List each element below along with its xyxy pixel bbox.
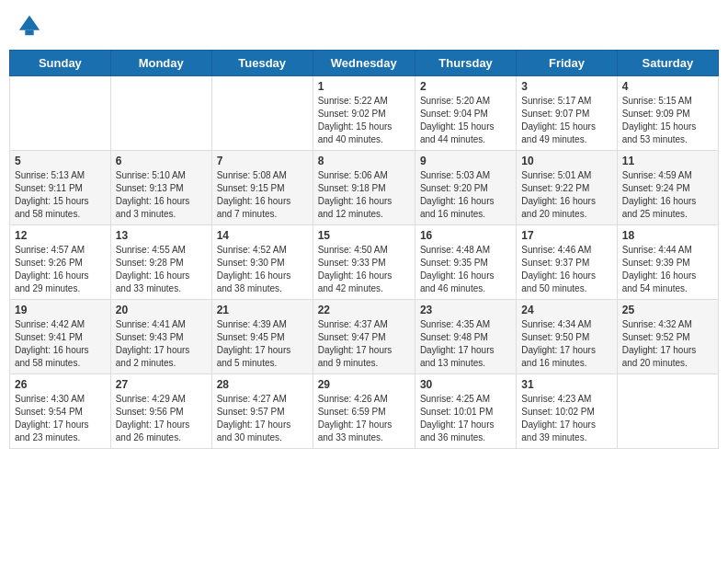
- calendar-cell: 10Sunrise: 5:01 AM Sunset: 9:22 PM Dayli…: [517, 151, 617, 225]
- calendar-cell: 4Sunrise: 5:15 AM Sunset: 9:09 PM Daylig…: [617, 76, 718, 151]
- calendar-cell: 29Sunrise: 4:26 AM Sunset: 6:59 PM Dayli…: [313, 374, 415, 449]
- week-row-2: 5Sunrise: 5:13 AM Sunset: 9:11 PM Daylig…: [10, 151, 719, 225]
- day-number: 27: [116, 378, 207, 391]
- day-number: 3: [521, 80, 611, 93]
- day-info: Sunrise: 4:26 AM Sunset: 6:59 PM Dayligh…: [318, 393, 410, 444]
- calendar-cell: 3Sunrise: 5:17 AM Sunset: 9:07 PM Daylig…: [517, 76, 617, 151]
- day-number: 2: [420, 80, 511, 93]
- day-info: Sunrise: 4:44 AM Sunset: 9:39 PM Dayligh…: [622, 244, 713, 295]
- day-info: Sunrise: 4:34 AM Sunset: 9:50 PM Dayligh…: [521, 318, 611, 370]
- day-number: 24: [521, 304, 611, 316]
- day-info: Sunrise: 4:39 AM Sunset: 9:45 PM Dayligh…: [217, 318, 308, 370]
- day-number: 16: [420, 229, 511, 242]
- day-number: 4: [622, 80, 713, 93]
- calendar-cell: 17Sunrise: 4:46 AM Sunset: 9:37 PM Dayli…: [517, 225, 617, 300]
- calendar-cell: 28Sunrise: 4:27 AM Sunset: 9:57 PM Dayli…: [211, 374, 313, 449]
- day-number: 13: [116, 229, 207, 242]
- day-info: Sunrise: 5:01 AM Sunset: 9:22 PM Dayligh…: [521, 169, 611, 221]
- day-number: 7: [217, 155, 308, 167]
- day-number: 10: [521, 155, 611, 167]
- week-row-1: 1Sunrise: 5:22 AM Sunset: 9:02 PM Daylig…: [10, 76, 719, 151]
- day-number: 1: [318, 80, 410, 93]
- calendar-cell: [211, 76, 313, 151]
- day-info: Sunrise: 5:20 AM Sunset: 9:04 PM Dayligh…: [420, 95, 511, 146]
- day-info: Sunrise: 5:22 AM Sunset: 9:02 PM Dayligh…: [318, 95, 410, 146]
- day-number: 26: [15, 378, 106, 391]
- day-number: 12: [15, 229, 106, 242]
- day-header-friday: Friday: [517, 51, 617, 76]
- calendar-cell: 30Sunrise: 4:25 AM Sunset: 10:01 PM Dayl…: [415, 374, 516, 449]
- calendar-cell: 2Sunrise: 5:20 AM Sunset: 9:04 PM Daylig…: [415, 76, 516, 151]
- day-header-thursday: Thursday: [415, 51, 516, 76]
- week-row-5: 26Sunrise: 4:30 AM Sunset: 9:54 PM Dayli…: [10, 374, 719, 449]
- day-info: Sunrise: 5:15 AM Sunset: 9:09 PM Dayligh…: [622, 95, 713, 146]
- day-number: 5: [15, 155, 106, 167]
- day-info: Sunrise: 4:35 AM Sunset: 9:48 PM Dayligh…: [420, 318, 511, 370]
- day-info: Sunrise: 5:10 AM Sunset: 9:13 PM Dayligh…: [116, 169, 207, 221]
- day-number: 15: [318, 229, 410, 242]
- day-info: Sunrise: 4:59 AM Sunset: 9:24 PM Dayligh…: [622, 169, 713, 221]
- calendar-cell: 31Sunrise: 4:23 AM Sunset: 10:02 PM Dayl…: [517, 374, 617, 449]
- calendar-cell: 21Sunrise: 4:39 AM Sunset: 9:45 PM Dayli…: [211, 300, 313, 374]
- svg-rect-1: [25, 30, 33, 36]
- calendar-cell: 14Sunrise: 4:52 AM Sunset: 9:30 PM Dayli…: [211, 225, 313, 300]
- day-info: Sunrise: 5:08 AM Sunset: 9:15 PM Dayligh…: [217, 169, 308, 221]
- day-info: Sunrise: 4:27 AM Sunset: 9:57 PM Dayligh…: [217, 393, 308, 444]
- day-info: Sunrise: 4:37 AM Sunset: 9:47 PM Dayligh…: [318, 318, 410, 370]
- calendar-cell: 20Sunrise: 4:41 AM Sunset: 9:43 PM Dayli…: [110, 300, 211, 374]
- day-number: 8: [318, 155, 410, 167]
- logo: [17, 13, 46, 39]
- day-info: Sunrise: 4:23 AM Sunset: 10:02 PM Daylig…: [521, 393, 611, 444]
- page-header: [9, 9, 719, 42]
- calendar-cell: 27Sunrise: 4:29 AM Sunset: 9:56 PM Dayli…: [110, 374, 211, 449]
- day-header-wednesday: Wednesday: [313, 51, 415, 76]
- calendar-cell: 9Sunrise: 5:03 AM Sunset: 9:20 PM Daylig…: [415, 151, 516, 225]
- day-number: 17: [521, 229, 611, 242]
- day-number: 19: [15, 304, 106, 316]
- calendar-cell: [110, 76, 211, 151]
- calendar-cell: 1Sunrise: 5:22 AM Sunset: 9:02 PM Daylig…: [313, 76, 415, 151]
- calendar-cell: 6Sunrise: 5:10 AM Sunset: 9:13 PM Daylig…: [110, 151, 211, 225]
- calendar-cell: [10, 76, 111, 151]
- day-info: Sunrise: 4:55 AM Sunset: 9:28 PM Dayligh…: [116, 244, 207, 295]
- calendar-cell: 11Sunrise: 4:59 AM Sunset: 9:24 PM Dayli…: [617, 151, 718, 225]
- calendar-cell: [617, 374, 718, 449]
- day-info: Sunrise: 4:42 AM Sunset: 9:41 PM Dayligh…: [15, 318, 106, 370]
- day-number: 21: [217, 304, 308, 316]
- day-info: Sunrise: 4:46 AM Sunset: 9:37 PM Dayligh…: [521, 244, 611, 295]
- svg-marker-0: [19, 16, 40, 30]
- day-info: Sunrise: 4:57 AM Sunset: 9:26 PM Dayligh…: [15, 244, 106, 295]
- day-info: Sunrise: 5:06 AM Sunset: 9:18 PM Dayligh…: [318, 169, 410, 221]
- calendar-cell: 13Sunrise: 4:55 AM Sunset: 9:28 PM Dayli…: [110, 225, 211, 300]
- day-number: 29: [318, 378, 410, 391]
- day-info: Sunrise: 4:52 AM Sunset: 9:30 PM Dayligh…: [217, 244, 308, 295]
- day-header-sunday: Sunday: [10, 51, 111, 76]
- day-info: Sunrise: 4:30 AM Sunset: 9:54 PM Dayligh…: [15, 393, 106, 444]
- day-number: 30: [420, 378, 511, 391]
- day-number: 28: [217, 378, 308, 391]
- day-number: 23: [420, 304, 511, 316]
- calendar-cell: 22Sunrise: 4:37 AM Sunset: 9:47 PM Dayli…: [313, 300, 415, 374]
- day-info: Sunrise: 5:13 AM Sunset: 9:11 PM Dayligh…: [15, 169, 106, 221]
- day-info: Sunrise: 4:25 AM Sunset: 10:01 PM Daylig…: [420, 393, 511, 444]
- calendar-cell: 19Sunrise: 4:42 AM Sunset: 9:41 PM Dayli…: [10, 300, 111, 374]
- calendar-cell: 26Sunrise: 4:30 AM Sunset: 9:54 PM Dayli…: [10, 374, 111, 449]
- calendar-cell: 12Sunrise: 4:57 AM Sunset: 9:26 PM Dayli…: [10, 225, 111, 300]
- day-info: Sunrise: 5:17 AM Sunset: 9:07 PM Dayligh…: [521, 95, 611, 146]
- calendar-cell: 5Sunrise: 5:13 AM Sunset: 9:11 PM Daylig…: [10, 151, 111, 225]
- day-number: 31: [521, 378, 611, 391]
- day-number: 14: [217, 229, 308, 242]
- day-number: 22: [318, 304, 410, 316]
- calendar-cell: 7Sunrise: 5:08 AM Sunset: 9:15 PM Daylig…: [211, 151, 313, 225]
- day-header-monday: Monday: [110, 51, 211, 76]
- logo-icon: [17, 13, 42, 39]
- day-info: Sunrise: 4:50 AM Sunset: 9:33 PM Dayligh…: [318, 244, 410, 295]
- calendar-cell: 15Sunrise: 4:50 AM Sunset: 9:33 PM Dayli…: [313, 225, 415, 300]
- day-number: 25: [622, 304, 713, 316]
- day-info: Sunrise: 4:41 AM Sunset: 9:43 PM Dayligh…: [116, 318, 207, 370]
- day-info: Sunrise: 4:32 AM Sunset: 9:52 PM Dayligh…: [622, 318, 713, 370]
- day-info: Sunrise: 4:29 AM Sunset: 9:56 PM Dayligh…: [116, 393, 207, 444]
- calendar-cell: 25Sunrise: 4:32 AM Sunset: 9:52 PM Dayli…: [617, 300, 718, 374]
- day-number: 6: [116, 155, 207, 167]
- calendar-cell: 8Sunrise: 5:06 AM Sunset: 9:18 PM Daylig…: [313, 151, 415, 225]
